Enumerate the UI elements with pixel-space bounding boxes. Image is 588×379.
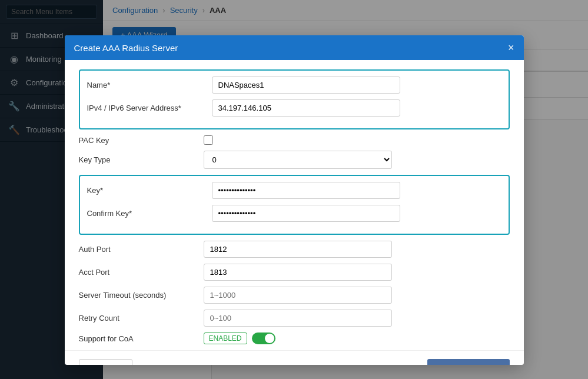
cancel-button[interactable]: ↺ Cancel — [79, 359, 132, 365]
modal-title: Create AAA Radius Server — [74, 43, 178, 53]
auth-port-input[interactable] — [204, 241, 392, 258]
toggle-track — [252, 333, 275, 344]
retry-count-row: Retry Count — [79, 310, 510, 327]
acct-port-label: Acct Port — [79, 268, 197, 277]
key-group: Key* Confirm Key* — [79, 175, 510, 235]
apply-button[interactable]: ⊞ Apply to Device — [427, 359, 509, 365]
apply-label: Apply to Device — [447, 363, 500, 365]
support-coa-row: Support for CoA ENABLED — [79, 333, 510, 344]
toggle-enabled-label: ENABLED — [204, 333, 247, 344]
retry-count-input[interactable] — [204, 310, 392, 327]
acct-port-row: Acct Port — [79, 264, 510, 281]
server-timeout-input[interactable] — [204, 287, 392, 304]
auth-port-row: Auth Port — [79, 241, 510, 258]
modal-header: Create AAA Radius Server × — [65, 35, 524, 60]
toggle-thumb — [265, 334, 274, 343]
pac-key-row: PAC Key — [79, 135, 510, 145]
acct-port-input[interactable] — [204, 264, 392, 281]
ipv4-label: IPv4 / IPv6 Server Address* — [87, 104, 205, 112]
modal-close-button[interactable]: × — [508, 42, 514, 53]
ipv4-input[interactable] — [212, 99, 400, 117]
pac-key-checkbox[interactable] — [204, 135, 213, 145]
name-label: Name* — [87, 81, 205, 89]
key-input[interactable] — [212, 182, 400, 199]
modal-body: Name* IPv4 / IPv6 Server Address* PAC Ke… — [65, 60, 524, 344]
key-type-select[interactable]: 0 6 7 — [204, 151, 392, 169]
modal-footer: ↺ Cancel ⊞ Apply to Device — [65, 350, 524, 365]
auth-port-label: Auth Port — [79, 245, 197, 254]
toggle-wrapper: ENABLED — [204, 333, 275, 344]
support-coa-toggle[interactable] — [252, 333, 275, 344]
server-timeout-label: Server Timeout (seconds) — [79, 291, 197, 300]
apply-icon: ⊞ — [437, 363, 443, 365]
modal-overlay: Create AAA Radius Server × Name* IPv4 / … — [0, 0, 588, 379]
name-row: Name* — [87, 77, 501, 94]
key-type-row: Key Type 0 6 7 — [79, 151, 510, 169]
confirm-key-label: Confirm Key* — [87, 209, 205, 218]
ipv4-row: IPv4 / IPv6 Server Address* — [87, 99, 501, 117]
name-ip-group: Name* IPv4 / IPv6 Server Address* — [79, 69, 510, 129]
name-input[interactable] — [212, 77, 400, 94]
cancel-label: Cancel — [99, 363, 122, 365]
key-label: Key* — [87, 186, 205, 195]
cancel-icon: ↺ — [89, 363, 95, 365]
confirm-key-row: Confirm Key* — [87, 205, 501, 222]
retry-count-label: Retry Count — [79, 314, 197, 323]
key-type-label: Key Type — [79, 155, 197, 164]
support-coa-label: Support for CoA — [79, 334, 197, 343]
server-timeout-row: Server Timeout (seconds) — [79, 287, 510, 304]
confirm-key-input[interactable] — [212, 205, 400, 222]
pac-key-label: PAC Key — [79, 136, 197, 145]
key-row: Key* — [87, 182, 501, 199]
create-radius-server-modal: Create AAA Radius Server × Name* IPv4 / … — [65, 35, 524, 365]
